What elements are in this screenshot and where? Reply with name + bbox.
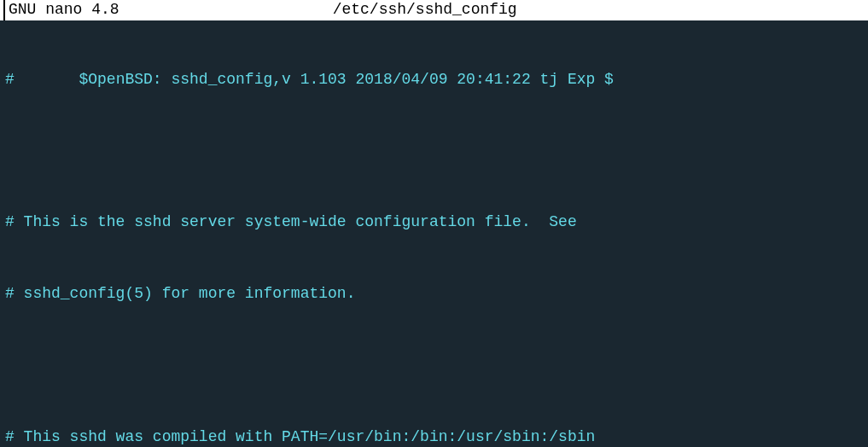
cursor-indicator [3,0,5,20]
nano-titlebar: GNU nano 4.8 /etc/ssh/sshd_config [0,0,868,20]
editor-filename: /etc/ssh/sshd_config [333,0,517,22]
config-line [5,354,863,378]
config-line: # This is the sshd server system-wide co… [5,211,863,235]
editor-content[interactable]: # $OpenBSD: sshd_config,v 1.103 2018/04/… [0,20,868,447]
editor-name-version: GNU nano 4.8 [9,0,119,22]
config-line [5,140,863,164]
config-line: # This sshd was compiled with PATH=/usr/… [5,426,863,447]
config-line: # sshd_config(5) for more information. [5,282,863,306]
config-line: # $OpenBSD: sshd_config,v 1.103 2018/04/… [5,68,863,92]
